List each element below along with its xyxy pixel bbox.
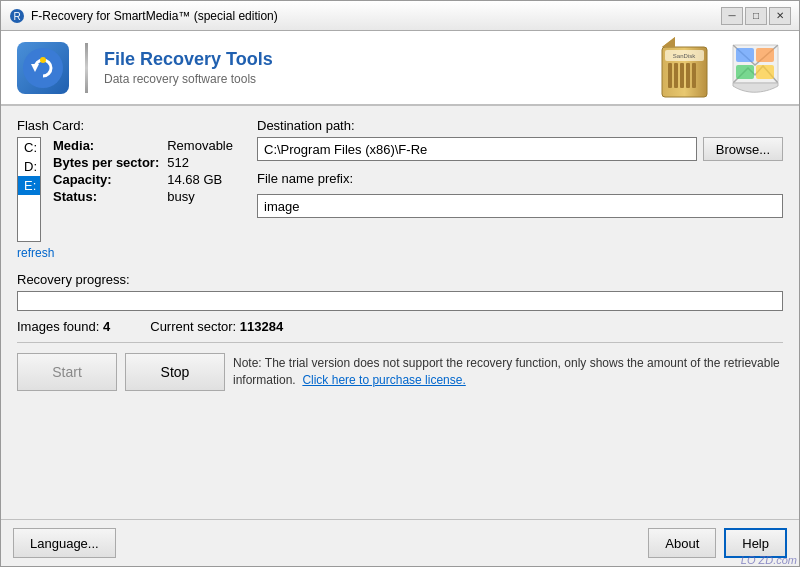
header-text: File Recovery Tools Data recovery softwa… (104, 49, 273, 86)
progress-bar-container (17, 291, 783, 311)
current-sector-label: Current sector: 113284 (150, 319, 283, 334)
footer-right: About Help LO ZD.com (648, 528, 787, 558)
app-icon: R (9, 8, 25, 24)
drive-item-e[interactable]: E: (18, 176, 40, 195)
app-subtitle: Data recovery software tools (104, 72, 273, 86)
svg-rect-19 (736, 65, 754, 79)
media-value: Removable (163, 137, 237, 154)
header-left: File Recovery Tools Data recovery softwa… (17, 42, 273, 94)
svg-rect-12 (686, 63, 690, 88)
flash-card-area: C: D: E: Media: Removable Bytes pe (17, 137, 237, 242)
destination-row: Browse... (257, 137, 783, 161)
window-controls: ─ □ ✕ (721, 7, 791, 25)
main-grid: Flash Card: C: D: E: Media: Removable (17, 118, 783, 260)
close-button[interactable]: ✕ (769, 7, 791, 25)
language-button[interactable]: Language... (13, 528, 116, 558)
svg-point-4 (40, 57, 46, 63)
destination-label: Destination path: (257, 118, 783, 133)
action-row: Start Stop Note: The trial version does … (17, 353, 783, 391)
drive-item-c[interactable]: C: (18, 138, 40, 157)
footer: Language... About Help LO ZD.com (1, 519, 799, 566)
browse-button[interactable]: Browse... (703, 137, 783, 161)
photo-icon (728, 40, 783, 95)
note-area: Note: The trial version does not support… (233, 355, 783, 389)
drive-info: Media: Removable Bytes per sector: 512 C… (49, 137, 237, 205)
prefix-label: File name prefix: (257, 171, 783, 186)
images-found-label: Images found: 4 (17, 319, 110, 334)
svg-rect-18 (756, 48, 774, 62)
drive-item-d[interactable]: D: (18, 157, 40, 176)
flash-card-label: Flash Card: (17, 118, 237, 133)
svg-rect-17 (736, 48, 754, 62)
media-label: Media: (49, 137, 163, 154)
status-row: Images found: 4 Current sector: 113284 (17, 319, 783, 334)
destination-section: Destination path: Browse... (257, 118, 783, 161)
app-logo-icon (17, 42, 69, 94)
right-panel: Destination path: Browse... File name pr… (257, 118, 783, 260)
progress-label: Recovery progress: (17, 272, 783, 287)
separator (17, 342, 783, 343)
svg-text:SanDisk: SanDisk (673, 53, 696, 59)
window-title: F-Recovery for SmartMedia™ (special edit… (31, 9, 278, 23)
stop-button[interactable]: Stop (125, 353, 225, 391)
drive-item-blank1 (18, 195, 40, 214)
svg-rect-9 (668, 63, 672, 88)
status-value: busy (163, 188, 237, 205)
start-button[interactable]: Start (17, 353, 117, 391)
svg-point-2 (23, 48, 63, 88)
header-icons: SanDisk (657, 35, 783, 100)
prefix-input[interactable] (257, 194, 783, 218)
header-banner: File Recovery Tools Data recovery softwa… (1, 31, 799, 106)
header-divider (85, 43, 88, 93)
left-panel: Flash Card: C: D: E: Media: Removable (17, 118, 237, 260)
svg-text:R: R (13, 11, 20, 22)
svg-rect-11 (680, 63, 684, 88)
svg-rect-13 (692, 63, 696, 88)
title-bar: R F-Recovery for SmartMedia™ (special ed… (1, 1, 799, 31)
footer-left: Language... (13, 528, 116, 558)
sd-card-icon: SanDisk (657, 35, 712, 100)
drive-list[interactable]: C: D: E: (17, 137, 41, 242)
svg-rect-10 (674, 63, 678, 88)
file-prefix-section: File name prefix: (257, 171, 783, 218)
bps-value: 512 (163, 154, 237, 171)
capacity-value: 14.68 GB (163, 171, 237, 188)
title-bar-left: R F-Recovery for SmartMedia™ (special ed… (9, 8, 278, 24)
progress-section: Recovery progress: (17, 272, 783, 311)
bps-label: Bytes per sector: (49, 154, 163, 171)
main-window: R F-Recovery for SmartMedia™ (special ed… (0, 0, 800, 567)
maximize-button[interactable]: □ (745, 7, 767, 25)
about-button[interactable]: About (648, 528, 716, 558)
main-content: Flash Card: C: D: E: Media: Removable (1, 106, 799, 519)
minimize-button[interactable]: ─ (721, 7, 743, 25)
refresh-link[interactable]: refresh (17, 246, 54, 260)
help-button[interactable]: Help (724, 528, 787, 558)
destination-path-input[interactable] (257, 137, 697, 161)
svg-marker-8 (662, 37, 675, 47)
svg-rect-20 (756, 65, 774, 79)
status-label: Status: (49, 188, 163, 205)
capacity-label: Capacity: (49, 171, 163, 188)
purchase-link[interactable]: Click here to purchase license. (302, 373, 465, 387)
app-name: File Recovery Tools (104, 49, 273, 70)
